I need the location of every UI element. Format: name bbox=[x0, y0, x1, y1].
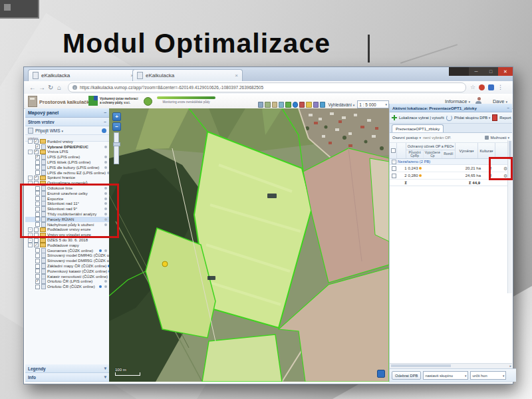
home-icon[interactable]: ⌂ bbox=[57, 83, 61, 92]
browser-tab-2[interactable]: eKalkulacka × bbox=[132, 69, 243, 81]
info-badge-icon[interactable]: i bbox=[72, 85, 77, 90]
zoom-slider-handle[interactable] bbox=[113, 142, 120, 146]
expander-icon[interactable]: − bbox=[28, 150, 33, 154]
layer-info-icon[interactable] bbox=[104, 285, 107, 288]
layer-info-icon[interactable] bbox=[104, 166, 107, 169]
layer-info-icon[interactable] bbox=[104, 280, 107, 283]
layer-checkbox[interactable] bbox=[35, 165, 40, 170]
minimize-button[interactable]: ─ bbox=[469, 67, 483, 76]
scroll-right-icon[interactable]: ▸ bbox=[509, 364, 511, 368]
remove-dpb-button[interactable]: Odebrat DPB bbox=[392, 371, 421, 380]
layer-tree-folder[interactable]: −Vrstva LPIS bbox=[25, 150, 109, 155]
layer-checkbox[interactable] bbox=[35, 285, 40, 289]
tab-prezentace-opt1[interactable]: PrezentaceOPT1_zbloky bbox=[392, 124, 444, 132]
layer-tree-item[interactable]: LPIS dle kultury (LPIS online) bbox=[25, 165, 109, 170]
print-tool-icon[interactable] bbox=[279, 102, 284, 108]
zoom-out-button[interactable]: − bbox=[112, 122, 121, 131]
options-menu[interactable]: Možnosti ▾ bbox=[485, 136, 509, 140]
bookmark-star-icon[interactable]: ☆ bbox=[470, 84, 475, 90]
layer-checkbox[interactable] bbox=[35, 274, 40, 279]
layer-checkbox[interactable] bbox=[35, 279, 40, 284]
filter-icon[interactable]: ▾ bbox=[452, 144, 454, 148]
expander-icon[interactable]: + bbox=[28, 238, 33, 243]
column-diff[interactable]: Rozdíl bbox=[442, 150, 455, 158]
note-tool-icon[interactable] bbox=[306, 102, 311, 108]
layer-checkbox[interactable] bbox=[34, 238, 39, 243]
layer-checkbox[interactable] bbox=[34, 150, 39, 154]
maximize-button[interactable]: □ bbox=[483, 67, 498, 76]
map-canvas[interactable]: + − 100 m bbox=[109, 108, 389, 382]
row-checkbox[interactable] bbox=[392, 174, 396, 178]
back-icon[interactable]: ← bbox=[29, 83, 36, 92]
browser-tab-1[interactable]: eKalkulacka × bbox=[28, 69, 138, 81]
layer-checkbox[interactable] bbox=[35, 170, 40, 175]
tab-close-icon[interactable]: × bbox=[235, 72, 238, 78]
zoom-in-tool-icon[interactable] bbox=[320, 102, 325, 108]
layer-tree-item[interactable]: LPIS (LPIS online) bbox=[25, 154, 109, 160]
zoom-out-tool-icon[interactable] bbox=[313, 102, 319, 108]
url-field[interactable]: i https://kalkulacka.vumop.cz/app/?zoom=… bbox=[68, 82, 466, 92]
filter-icon[interactable]: ▾ bbox=[491, 149, 493, 153]
layer-tree-folder[interactable]: +DZES 5 do 30. 6. 2018 bbox=[25, 237, 109, 243]
layer-checkbox[interactable] bbox=[35, 248, 40, 253]
expand-icon[interactable]: ▾ bbox=[104, 366, 106, 371]
layer-tree-item[interactable]: Pozemkový katastr (ČÚZK online) bbox=[25, 269, 109, 274]
extension-blue-icon[interactable] bbox=[488, 84, 494, 90]
layer-tree-item[interactable]: Stínovaný model DMR5G (ČÚZK online) bbox=[25, 258, 109, 263]
layer-checkbox[interactable] bbox=[35, 264, 40, 269]
layer-tree-item[interactable]: Ortofoto ČR (LPIS online) bbox=[25, 279, 109, 285]
set-hon-select[interactable]: určit hon▾ bbox=[470, 371, 506, 380]
column-area[interactable]: Výměra▾ bbox=[456, 143, 478, 158]
globe-icon[interactable] bbox=[102, 128, 106, 133]
layer-info-icon[interactable] bbox=[104, 249, 107, 252]
layer-checkbox[interactable] bbox=[34, 243, 39, 247]
collapse-icon[interactable]: − bbox=[104, 120, 106, 124]
collapse-group-icon[interactable]: − bbox=[392, 160, 396, 164]
zoom-slider[interactable] bbox=[114, 132, 119, 164]
reload-icon[interactable]: ↻ bbox=[48, 83, 53, 92]
extension-red-icon[interactable] bbox=[479, 84, 485, 90]
layer-tree-item[interactable]: Základní mapy ČR (ČÚZK online) bbox=[25, 263, 109, 269]
layer-tree-folder[interactable]: −Podkladové mapy bbox=[25, 243, 109, 248]
column-computed[interactable]: Vypočtené Cp bbox=[424, 150, 442, 158]
row-checkbox[interactable] bbox=[392, 166, 396, 171]
map-panel-header[interactable]: Mapový panel − bbox=[25, 108, 109, 118]
crop-rotation-menu[interactable]: Osevní postup ▾ bbox=[392, 136, 421, 140]
layer-tree-item[interactable]: LPIS dle režimu EZ (LPIS online) bbox=[25, 170, 109, 176]
layer-info-icon[interactable] bbox=[104, 161, 107, 164]
point-marker[interactable] bbox=[162, 261, 168, 267]
column-culture[interactable]: Kultura▾ bbox=[478, 143, 495, 158]
select-all-checkbox[interactable] bbox=[391, 148, 396, 153]
layer-checkbox[interactable] bbox=[35, 144, 40, 149]
scrollbar-thumb[interactable] bbox=[391, 364, 451, 367]
connect-wms-button[interactable]: Připojit WMS ▾ bbox=[35, 128, 63, 133]
layer-checkbox[interactable] bbox=[34, 139, 39, 144]
browser-menu-icon[interactable]: ⋮ bbox=[497, 84, 503, 90]
collapse-icon[interactable]: − bbox=[507, 106, 509, 110]
forward-icon[interactable]: → bbox=[39, 83, 45, 92]
layer-info-icon[interactable] bbox=[104, 156, 107, 158]
layer-checkbox[interactable] bbox=[35, 253, 40, 258]
expander-icon[interactable]: − bbox=[28, 243, 33, 247]
zoom-in-button[interactable]: + bbox=[112, 112, 121, 121]
horizontal-scrollbar[interactable]: ▸ bbox=[390, 363, 512, 368]
layer-tree-item[interactable]: LPIS štítek (LPIS online) bbox=[25, 160, 109, 165]
layer-info-icon[interactable] bbox=[104, 146, 107, 148]
layer-checkbox[interactable] bbox=[35, 155, 40, 160]
measure-tool-icon[interactable] bbox=[265, 102, 270, 108]
layer-tree-item[interactable]: Vybrané DPB/EP/EUC bbox=[25, 144, 109, 150]
column-group-header[interactable]: Ochranný účinek OP a PEO▾ bbox=[406, 143, 455, 150]
leaf-layer-icon[interactable] bbox=[285, 102, 291, 108]
close-button[interactable]: ✕ bbox=[498, 67, 513, 76]
layer-tree-folder[interactable]: −Správní hranice bbox=[25, 176, 109, 181]
layer-tree-item[interactable]: Ortofoto ČR (ČÚZK online) bbox=[25, 284, 109, 289]
marker-tool-icon[interactable] bbox=[299, 102, 305, 108]
scale-select[interactable]: 1 : 5 000 ▾ bbox=[357, 100, 389, 108]
localize-button[interactable]: Lokalizace vybrat | vytvořit bbox=[399, 116, 444, 120]
layer-checkbox[interactable] bbox=[35, 259, 40, 263]
column-original[interactable]: Původní CpRp bbox=[406, 150, 424, 158]
layer-zoom-icon[interactable] bbox=[99, 285, 102, 288]
filter-icon[interactable]: ▾ bbox=[472, 149, 474, 153]
expand-icon[interactable]: ▾ bbox=[104, 374, 106, 380]
layer-tree-item[interactable]: Stínovaný model DMR4G (ČÚZK online) bbox=[25, 253, 109, 259]
